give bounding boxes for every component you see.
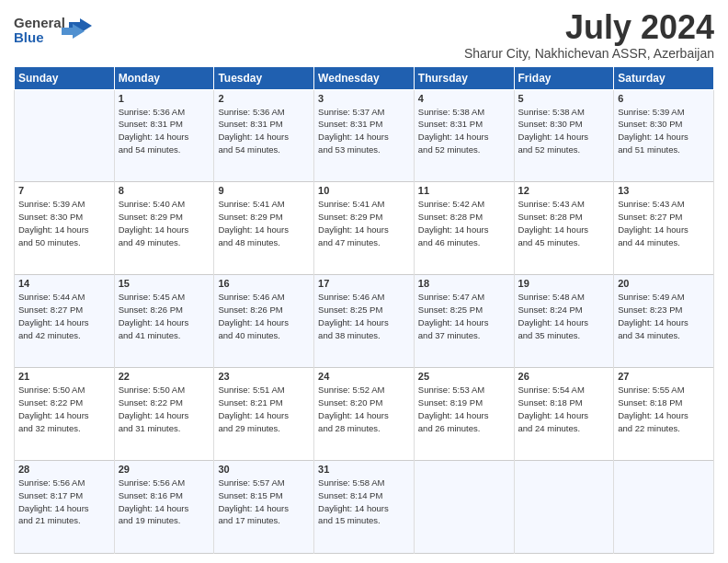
calendar-cell: 28Sunrise: 5:56 AM Sunset: 8:17 PM Dayli… bbox=[15, 461, 115, 554]
logo: General Blue bbox=[14, 9, 97, 51]
day-info: Sunrise: 5:50 AM Sunset: 8:22 PM Dayligh… bbox=[18, 384, 110, 434]
day-info: Sunrise: 5:41 AM Sunset: 8:29 PM Dayligh… bbox=[218, 198, 310, 248]
day-info: Sunrise: 5:41 AM Sunset: 8:29 PM Dayligh… bbox=[318, 198, 410, 248]
day-number: 14 bbox=[18, 278, 110, 289]
day-number: 13 bbox=[618, 185, 710, 196]
week-row-4: 21Sunrise: 5:50 AM Sunset: 8:22 PM Dayli… bbox=[15, 368, 714, 461]
location-title: Sharur City, Nakhichevan ASSR, Azerbaija… bbox=[464, 46, 714, 61]
weekday-tuesday: Tuesday bbox=[214, 66, 314, 89]
title-block: July 2024 Sharur City, Nakhichevan ASSR,… bbox=[464, 9, 714, 61]
day-info: Sunrise: 5:44 AM Sunset: 8:27 PM Dayligh… bbox=[18, 291, 110, 341]
calendar-cell: 11Sunrise: 5:42 AM Sunset: 8:28 PM Dayli… bbox=[414, 182, 514, 275]
calendar-cell: 30Sunrise: 5:57 AM Sunset: 8:15 PM Dayli… bbox=[214, 461, 314, 554]
day-info: Sunrise: 5:50 AM Sunset: 8:22 PM Dayligh… bbox=[119, 384, 210, 434]
day-info: Sunrise: 5:39 AM Sunset: 8:30 PM Dayligh… bbox=[18, 198, 110, 248]
day-info: Sunrise: 5:45 AM Sunset: 8:26 PM Dayligh… bbox=[119, 291, 210, 341]
svg-text:General: General bbox=[14, 15, 65, 30]
day-info: Sunrise: 5:37 AM Sunset: 8:31 PM Dayligh… bbox=[318, 106, 410, 156]
day-info: Sunrise: 5:40 AM Sunset: 8:29 PM Dayligh… bbox=[119, 198, 210, 248]
calendar-cell: 20Sunrise: 5:49 AM Sunset: 8:23 PM Dayli… bbox=[614, 275, 714, 368]
calendar-cell: 3Sunrise: 5:37 AM Sunset: 8:31 PM Daylig… bbox=[314, 89, 415, 182]
day-info: Sunrise: 5:56 AM Sunset: 8:17 PM Dayligh… bbox=[18, 477, 110, 527]
weekday-wednesday: Wednesday bbox=[314, 66, 415, 89]
day-number: 1 bbox=[119, 93, 210, 104]
calendar-table: SundayMondayTuesdayWednesdayThursdayFrid… bbox=[14, 66, 714, 554]
day-info: Sunrise: 5:56 AM Sunset: 8:16 PM Dayligh… bbox=[119, 477, 210, 527]
day-number: 30 bbox=[218, 464, 310, 475]
day-info: Sunrise: 5:36 AM Sunset: 8:31 PM Dayligh… bbox=[119, 106, 210, 156]
calendar-cell bbox=[614, 461, 714, 554]
day-info: Sunrise: 5:43 AM Sunset: 8:27 PM Dayligh… bbox=[618, 198, 710, 248]
day-number: 10 bbox=[318, 185, 410, 196]
day-info: Sunrise: 5:36 AM Sunset: 8:31 PM Dayligh… bbox=[218, 106, 310, 156]
day-info: Sunrise: 5:42 AM Sunset: 8:28 PM Dayligh… bbox=[418, 198, 510, 248]
week-row-3: 14Sunrise: 5:44 AM Sunset: 8:27 PM Dayli… bbox=[15, 275, 714, 368]
month-title: July 2024 bbox=[464, 9, 714, 46]
calendar-cell: 23Sunrise: 5:51 AM Sunset: 8:21 PM Dayli… bbox=[214, 368, 314, 461]
day-number: 11 bbox=[418, 185, 510, 196]
week-row-1: 1Sunrise: 5:36 AM Sunset: 8:31 PM Daylig… bbox=[15, 89, 714, 182]
day-number: 15 bbox=[119, 278, 210, 289]
day-number: 24 bbox=[318, 371, 410, 382]
day-number: 4 bbox=[418, 93, 510, 104]
day-info: Sunrise: 5:39 AM Sunset: 8:30 PM Dayligh… bbox=[618, 106, 710, 156]
calendar-cell: 2Sunrise: 5:36 AM Sunset: 8:31 PM Daylig… bbox=[214, 89, 314, 182]
day-number: 9 bbox=[218, 185, 310, 196]
day-number: 3 bbox=[318, 93, 410, 104]
calendar-cell: 12Sunrise: 5:43 AM Sunset: 8:28 PM Dayli… bbox=[514, 182, 614, 275]
calendar-cell: 5Sunrise: 5:38 AM Sunset: 8:30 PM Daylig… bbox=[514, 89, 614, 182]
day-info: Sunrise: 5:38 AM Sunset: 8:31 PM Dayligh… bbox=[418, 106, 510, 156]
day-number: 28 bbox=[18, 464, 110, 475]
weekday-monday: Monday bbox=[114, 66, 214, 89]
weekday-saturday: Saturday bbox=[614, 66, 714, 89]
calendar-cell: 29Sunrise: 5:56 AM Sunset: 8:16 PM Dayli… bbox=[114, 461, 214, 554]
day-number: 19 bbox=[518, 278, 610, 289]
day-info: Sunrise: 5:53 AM Sunset: 8:19 PM Dayligh… bbox=[418, 384, 510, 434]
header: General Blue July 2024 Sharur City, Nakh… bbox=[14, 9, 714, 61]
page: General Blue July 2024 Sharur City, Nakh… bbox=[0, 0, 728, 563]
day-number: 25 bbox=[418, 371, 510, 382]
calendar-cell: 1Sunrise: 5:36 AM Sunset: 8:31 PM Daylig… bbox=[114, 89, 214, 182]
calendar-cell: 19Sunrise: 5:48 AM Sunset: 8:24 PM Dayli… bbox=[514, 275, 614, 368]
calendar-cell: 31Sunrise: 5:58 AM Sunset: 8:14 PM Dayli… bbox=[314, 461, 415, 554]
weekday-sunday: Sunday bbox=[15, 66, 115, 89]
day-number: 5 bbox=[518, 93, 610, 104]
day-number: 29 bbox=[119, 464, 210, 475]
weekday-friday: Friday bbox=[514, 66, 614, 89]
day-info: Sunrise: 5:38 AM Sunset: 8:30 PM Dayligh… bbox=[518, 106, 610, 156]
day-info: Sunrise: 5:49 AM Sunset: 8:23 PM Dayligh… bbox=[618, 291, 710, 341]
day-number: 7 bbox=[18, 185, 110, 196]
week-row-5: 28Sunrise: 5:56 AM Sunset: 8:17 PM Dayli… bbox=[15, 461, 714, 554]
day-number: 12 bbox=[518, 185, 610, 196]
day-number: 6 bbox=[618, 93, 710, 104]
calendar-cell: 24Sunrise: 5:52 AM Sunset: 8:20 PM Dayli… bbox=[314, 368, 415, 461]
day-info: Sunrise: 5:51 AM Sunset: 8:21 PM Dayligh… bbox=[218, 384, 310, 434]
week-row-2: 7Sunrise: 5:39 AM Sunset: 8:30 PM Daylig… bbox=[15, 182, 714, 275]
day-info: Sunrise: 5:57 AM Sunset: 8:15 PM Dayligh… bbox=[218, 477, 310, 527]
calendar-cell: 4Sunrise: 5:38 AM Sunset: 8:31 PM Daylig… bbox=[414, 89, 514, 182]
calendar-cell: 9Sunrise: 5:41 AM Sunset: 8:29 PM Daylig… bbox=[214, 182, 314, 275]
day-number: 26 bbox=[518, 371, 610, 382]
calendar-cell: 8Sunrise: 5:40 AM Sunset: 8:29 PM Daylig… bbox=[114, 182, 214, 275]
day-info: Sunrise: 5:48 AM Sunset: 8:24 PM Dayligh… bbox=[518, 291, 610, 341]
day-info: Sunrise: 5:46 AM Sunset: 8:25 PM Dayligh… bbox=[318, 291, 410, 341]
day-number: 21 bbox=[18, 371, 110, 382]
calendar-cell: 15Sunrise: 5:45 AM Sunset: 8:26 PM Dayli… bbox=[114, 275, 214, 368]
calendar-cell: 10Sunrise: 5:41 AM Sunset: 8:29 PM Dayli… bbox=[314, 182, 415, 275]
calendar-cell bbox=[414, 461, 514, 554]
calendar-cell: 26Sunrise: 5:54 AM Sunset: 8:18 PM Dayli… bbox=[514, 368, 614, 461]
day-info: Sunrise: 5:54 AM Sunset: 8:18 PM Dayligh… bbox=[518, 384, 610, 434]
calendar-cell: 16Sunrise: 5:46 AM Sunset: 8:26 PM Dayli… bbox=[214, 275, 314, 368]
weekday-thursday: Thursday bbox=[414, 66, 514, 89]
calendar-cell: 25Sunrise: 5:53 AM Sunset: 8:19 PM Dayli… bbox=[414, 368, 514, 461]
day-number: 17 bbox=[318, 278, 410, 289]
day-number: 18 bbox=[418, 278, 510, 289]
day-info: Sunrise: 5:47 AM Sunset: 8:25 PM Dayligh… bbox=[418, 291, 510, 341]
day-number: 27 bbox=[618, 371, 710, 382]
calendar-cell bbox=[514, 461, 614, 554]
logo-svg: General Blue bbox=[14, 9, 97, 51]
calendar-cell: 7Sunrise: 5:39 AM Sunset: 8:30 PM Daylig… bbox=[15, 182, 115, 275]
calendar-cell: 27Sunrise: 5:55 AM Sunset: 8:18 PM Dayli… bbox=[614, 368, 714, 461]
day-info: Sunrise: 5:43 AM Sunset: 8:28 PM Dayligh… bbox=[518, 198, 610, 248]
weekday-header-row: SundayMondayTuesdayWednesdayThursdayFrid… bbox=[15, 66, 714, 89]
